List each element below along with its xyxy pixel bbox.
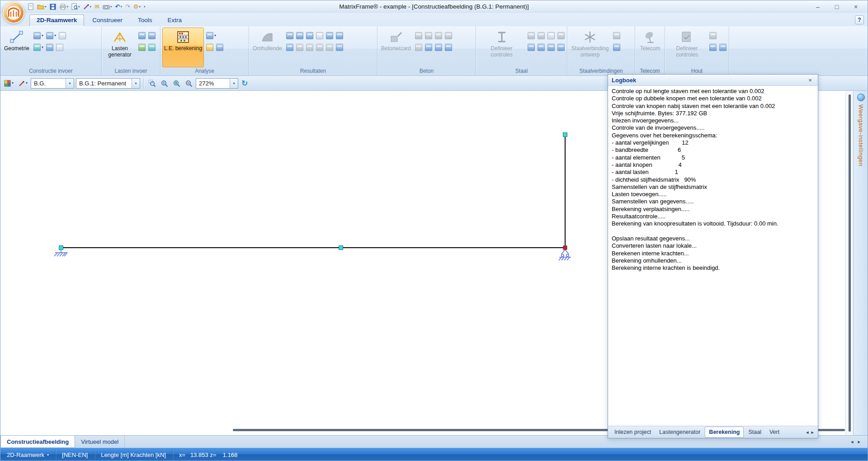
new-document-button[interactable] bbox=[27, 2, 35, 11]
result-phi-button[interactable] bbox=[315, 42, 324, 52]
result-steps2-button[interactable] bbox=[305, 42, 314, 52]
staalverbinding-ontwerp-button[interactable]: Staalverbinding ontwerp bbox=[569, 28, 611, 67]
result-extra-button[interactable] bbox=[325, 42, 334, 52]
staal-r1-button[interactable] bbox=[527, 42, 536, 52]
result-nx-button[interactable] bbox=[285, 31, 294, 40]
result-colors-button[interactable] bbox=[335, 31, 344, 40]
print-preview-button[interactable]: ▾ bbox=[70, 2, 81, 11]
doctab-virtueel-model[interactable]: Virtueel model bbox=[75, 436, 125, 448]
tab-extra[interactable]: Extra bbox=[160, 14, 189, 26]
logtab-berekening[interactable]: Berekening bbox=[705, 427, 744, 437]
hinges-button[interactable] bbox=[45, 42, 54, 52]
weergave-instellingen-tab[interactable]: Weergave-instellingen bbox=[853, 91, 868, 435]
staal-c3-button[interactable] bbox=[547, 31, 556, 40]
help-button[interactable]: ? bbox=[855, 15, 864, 24]
staal-r3-button[interactable] bbox=[547, 42, 556, 52]
staal-definieer-controles-button[interactable]: Definieer controles bbox=[478, 28, 525, 67]
supports-button[interactable]: ▾ bbox=[33, 42, 44, 52]
screenshot-button[interactable]: ▾ bbox=[101, 2, 113, 11]
logboek-titlebar[interactable]: Logboek × bbox=[608, 75, 818, 86]
tab-tools[interactable]: Tools bbox=[131, 14, 160, 26]
tab-scroll-left-icon[interactable]: ◂ bbox=[805, 429, 810, 435]
qat-customize-button[interactable]: ▾ bbox=[142, 2, 147, 11]
vertical-scrollbar[interactable] bbox=[845, 91, 853, 435]
betonwizard-button[interactable]: Betonwizard bbox=[379, 28, 413, 67]
omhullende-button[interactable]: Omhullende bbox=[251, 28, 284, 67]
doctab-scroll-left-icon[interactable]: ◂ bbox=[851, 439, 854, 445]
logtab-staal[interactable]: Staal bbox=[745, 427, 765, 437]
result-picture-button[interactable] bbox=[315, 31, 324, 40]
beton-sort-button[interactable] bbox=[444, 42, 453, 52]
settings-button[interactable]: ⚙▾ bbox=[132, 2, 142, 11]
statusbar-mode-dropdown[interactable]: 2D-Raamwerk▾ bbox=[0, 448, 55, 461]
member-type-button[interactable]: ▾ bbox=[45, 31, 57, 40]
zoom-in-button[interactable] bbox=[171, 78, 182, 89]
beton-t4-button[interactable] bbox=[444, 31, 453, 40]
beton-t1-button[interactable] bbox=[414, 31, 423, 40]
result-tools-button[interactable] bbox=[335, 42, 344, 52]
print-button[interactable]: ▾ bbox=[58, 2, 70, 11]
logtab-inlezen-project[interactable]: Inlezen project bbox=[611, 427, 655, 437]
result-steps-button[interactable] bbox=[295, 42, 304, 52]
open-file-button[interactable]: ▾ bbox=[36, 2, 48, 11]
profiles-button[interactable]: ▾ bbox=[33, 31, 44, 40]
staal-c1-button[interactable] bbox=[527, 31, 536, 40]
hout-2-button[interactable] bbox=[708, 42, 717, 52]
redraw-button[interactable]: ↻ bbox=[240, 78, 249, 89]
beton-phi-button[interactable] bbox=[414, 42, 423, 52]
select-load-button[interactable] bbox=[137, 31, 146, 40]
material-button[interactable] bbox=[55, 42, 64, 52]
load-case-button[interactable] bbox=[137, 42, 146, 52]
tab-2d-raamwerk[interactable]: 2D-Raamwerk bbox=[29, 14, 84, 26]
beton-chart-button[interactable] bbox=[424, 42, 433, 52]
undo-button[interactable]: ↶▾ bbox=[113, 2, 123, 11]
lasten-generator-button[interactable]: Lasten generator bbox=[104, 28, 136, 67]
logtab-vert[interactable]: Vert bbox=[766, 427, 783, 437]
verbinding-1-button[interactable] bbox=[612, 31, 621, 40]
save-button[interactable] bbox=[48, 2, 57, 11]
zoom-extents-button[interactable] bbox=[159, 78, 170, 89]
matrix-button[interactable] bbox=[205, 42, 214, 52]
loadgroup-dropdown[interactable]: B.G.▾ bbox=[31, 78, 74, 89]
doctab-constructieafbeelding[interactable]: Constructieafbeelding bbox=[0, 436, 75, 448]
staal-r2-button[interactable] bbox=[537, 42, 546, 52]
hout-1-button[interactable] bbox=[708, 31, 717, 40]
verbinding-2-button[interactable] bbox=[612, 42, 621, 52]
close-icon[interactable]: × bbox=[806, 77, 814, 84]
redo-button[interactable]: ↷ bbox=[124, 2, 132, 11]
zoom-window-button[interactable] bbox=[147, 78, 157, 89]
geometrie-button[interactable]: Geometrie bbox=[2, 28, 31, 67]
tab-scroll-right-icon[interactable]: ▸ bbox=[810, 429, 815, 435]
result-vz-button[interactable] bbox=[295, 31, 304, 40]
result-my-button[interactable] bbox=[305, 31, 314, 40]
staal-r4-button[interactable] bbox=[557, 42, 566, 52]
beton-grid-button[interactable] bbox=[434, 42, 443, 52]
hout-definieer-controles-button[interactable]: Definieer controles bbox=[667, 28, 707, 67]
vertical-scrollbar-thumb[interactable] bbox=[849, 94, 851, 432]
app-menu-button[interactable] bbox=[3, 2, 24, 24]
beton-t2-button[interactable] bbox=[424, 31, 433, 40]
modify-tool-button[interactable]: ▾ bbox=[17, 78, 29, 89]
doctab-scroll-right-icon[interactable]: ▸ bbox=[858, 439, 860, 445]
hout-3-button[interactable] bbox=[718, 42, 727, 52]
calculation-settings-button[interactable]: ▾ bbox=[205, 31, 217, 40]
tab-construeer[interactable]: Construeer bbox=[85, 14, 130, 26]
loadcase-dropdown[interactable]: B.G.1: Permanent▾ bbox=[76, 78, 140, 89]
load-chart-button[interactable] bbox=[147, 42, 156, 52]
zoom-out-button[interactable] bbox=[184, 78, 194, 89]
export-button[interactable]: ▾ bbox=[82, 2, 93, 11]
beton-t3-button[interactable] bbox=[434, 31, 443, 40]
le-berekening-button[interactable]: L.E. berekening bbox=[162, 28, 204, 67]
logtab-lastengenerator[interactable]: Lastengenerator bbox=[656, 427, 704, 437]
copy-load-button[interactable] bbox=[147, 31, 156, 40]
dimension-button[interactable] bbox=[58, 31, 67, 40]
minimize-button[interactable]: – bbox=[809, 2, 827, 11]
close-button[interactable]: × bbox=[847, 2, 865, 11]
maximize-button[interactable]: □ bbox=[828, 2, 846, 11]
display-options-button[interactable]: ▾ bbox=[3, 78, 15, 89]
staal-c4-button[interactable] bbox=[557, 31, 566, 40]
telecom-button[interactable]: Telecom bbox=[637, 28, 663, 67]
result-flags-button[interactable] bbox=[325, 31, 334, 40]
send-mail-button[interactable]: ✉ bbox=[93, 2, 101, 11]
staal-c2-button[interactable] bbox=[537, 31, 546, 40]
